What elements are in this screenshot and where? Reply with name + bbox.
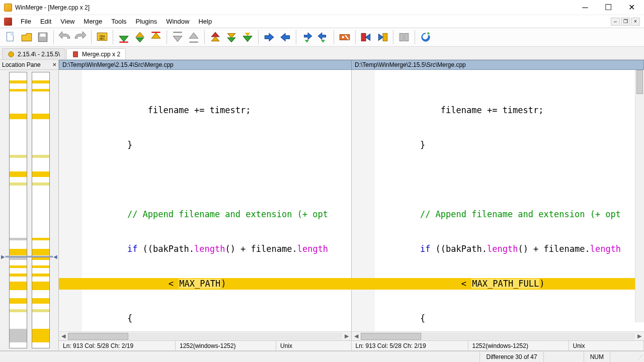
pane-header-left: D:\Temp\WinMerge\2.15.4\Src\Merge.cpp [59, 60, 352, 70]
menu-tools[interactable]: Tools [107, 16, 131, 27]
tb-all-left[interactable] [375, 30, 390, 45]
code-pane-right[interactable]: filename += timestr; } // Append filenam… [352, 70, 644, 340]
tb-diff-last[interactable] [148, 30, 164, 45]
menu-edit[interactable]: Edit [36, 16, 56, 27]
tb-undo[interactable] [57, 30, 72, 45]
tb-open[interactable] [19, 30, 34, 45]
tb-save[interactable] [35, 30, 50, 45]
code-pane-left[interactable]: filename += timestr; } // Append filenam… [59, 70, 352, 340]
tb-sync[interactable] [396, 30, 412, 45]
enc-right: 1252(windows-1252) [468, 341, 569, 350]
tb-copy-left-advance[interactable] [315, 30, 331, 45]
tb-next-diff[interactable] [208, 30, 223, 45]
svg-rect-16 [405, 33, 409, 41]
eol-left: Unix [276, 341, 352, 350]
statusbar: Difference 30 of 47 NUM ⋰ [0, 351, 644, 362]
tab-folder-compare[interactable]: 2.15.4\ - 2.15.5\ [2, 48, 65, 59]
tb-copy-left[interactable] [278, 30, 293, 45]
tb-settings[interactable] [337, 30, 352, 45]
pane-info-bar: Ln: 913 Col: 5/28 Ch: 2/19 1252(windows-… [59, 340, 644, 350]
menu-window[interactable]: Window [162, 16, 194, 27]
location-pane-close[interactable]: × [52, 61, 56, 68]
location-pane-header: Location Pane × [0, 60, 58, 70]
toolbar: CBAABC [0, 28, 644, 47]
location-marker[interactable]: ▶◀ [1, 255, 57, 258]
file-diff-icon [72, 51, 79, 58]
diff-area: D:\Temp\WinMerge\2.15.4\Src\Merge.cpp D:… [59, 60, 644, 350]
tb-diff-next-group[interactable] [170, 30, 185, 45]
status-num: NUM [584, 351, 610, 362]
tab-file-compare[interactable]: Merge.cpp x 2 [66, 48, 126, 59]
tb-prev-diff[interactable] [224, 30, 239, 45]
mdi-restore[interactable]: ❐ [621, 18, 630, 26]
svg-rect-1 [11, 32, 14, 36]
mdi-minimize[interactable]: – [611, 18, 620, 26]
tabstrip: 2.15.4\ - 2.15.5\ Merge.cpp x 2 [0, 47, 644, 60]
tb-copy-right[interactable] [262, 30, 277, 45]
tb-refresh[interactable] [418, 30, 433, 45]
enc-left: 1252(windows-1252) [176, 341, 276, 350]
location-pane: Location Pane × [0, 60, 59, 350]
menu-merge[interactable]: Merge [79, 16, 107, 27]
workspace: Location Pane × [0, 60, 644, 351]
menu-help[interactable]: Help [194, 16, 216, 27]
pos-right: Ln: 913 Col: 5/28 Ch: 2/19 [352, 341, 468, 350]
menubar: File Edit View Merge Tools Plugins Windo… [0, 15, 644, 28]
svg-rect-13 [361, 33, 366, 41]
window-title: WinMerge - [Merge.cpp x 2] [15, 4, 574, 11]
menu-view[interactable]: View [56, 16, 79, 27]
document-icon [4, 18, 12, 26]
status-diff: Difference 30 of 47 [479, 351, 543, 362]
tb-redo[interactable] [73, 30, 88, 45]
tb-next-conflict[interactable] [240, 30, 255, 45]
tb-all-right[interactable] [359, 30, 374, 45]
resize-grip[interactable]: ⋰ [638, 354, 642, 359]
mdi-close[interactable]: × [631, 18, 640, 26]
maximize-button[interactable]: ☐ [597, 0, 620, 15]
svg-rect-10 [189, 42, 198, 43]
svg-rect-14 [383, 33, 387, 41]
close-button[interactable]: ✕ [620, 0, 643, 15]
titlebar: WinMerge - [Merge.cpp x 2] ─ ☐ ✕ [0, 0, 644, 15]
tb-diff-current[interactable] [132, 30, 147, 45]
tb-diff-prev-group[interactable] [186, 30, 201, 45]
pos-left: Ln: 913 Col: 5/28 Ch: 2/19 [59, 341, 176, 350]
location-strip-left[interactable] [9, 72, 27, 348]
vscroll-right[interactable] [635, 70, 644, 322]
svg-rect-9 [173, 32, 182, 33]
svg-text:ABC: ABC [99, 37, 105, 40]
location-strip-right[interactable] [32, 72, 50, 348]
hscroll-right[interactable]: ◀▶ [352, 331, 644, 340]
svg-rect-8 [151, 32, 160, 33]
pane-header-right: D:\Temp\WinMerge\2.15.5\Src\Merge.cpp [352, 60, 644, 70]
tab-label: 2.15.4\ - 2.15.5\ [18, 51, 60, 58]
tb-copy-right-advance[interactable] [299, 30, 314, 45]
menu-file[interactable]: File [16, 16, 36, 27]
app-icon [4, 4, 12, 12]
svg-rect-18 [73, 51, 78, 57]
location-pane-body[interactable]: ▶◀ [0, 70, 58, 350]
svg-rect-7 [119, 42, 128, 43]
tb-encoding[interactable]: CBAABC [95, 30, 110, 45]
svg-rect-3 [40, 33, 46, 37]
tb-new[interactable] [3, 30, 18, 45]
tab-label: Merge.cpp x 2 [82, 51, 120, 58]
eol-right: Unix [569, 341, 645, 350]
svg-rect-15 [399, 33, 404, 41]
svg-point-17 [9, 51, 14, 57]
svg-point-12 [342, 36, 344, 38]
folder-diff-icon [8, 51, 15, 58]
tb-diff-first[interactable] [116, 30, 131, 45]
minimize-button[interactable]: ─ [574, 0, 597, 15]
menu-plugins[interactable]: Plugins [131, 16, 162, 27]
hscroll-left[interactable]: ◀▶ [59, 331, 351, 340]
location-pane-title: Location Pane [2, 61, 41, 68]
